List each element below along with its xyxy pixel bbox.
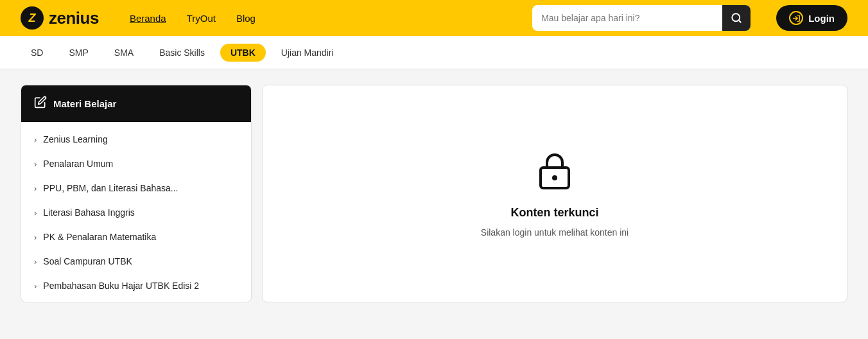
tabs-bar: SD SMP SMA Basic Skills UTBK Ujian Mandi… — [0, 36, 868, 69]
lock-icon — [534, 150, 575, 191]
header: Z zenius Beranda TryOut Blog Login — [0, 0, 868, 36]
nav-blog[interactable]: Blog — [236, 13, 256, 24]
chevron-right-icon: › — [34, 184, 37, 193]
tab-ujian-mandiri[interactable]: Ujian Mandiri — [271, 44, 344, 62]
nav-links: Beranda TryOut Blog — [130, 13, 512, 24]
login-icon — [789, 11, 803, 25]
svg-point-4 — [552, 175, 557, 180]
sidebar-list: › Zenius Learning › Penalaran Umum › PPU… — [21, 122, 251, 302]
list-item[interactable]: › Soal Campuran UTBK — [21, 249, 251, 274]
tab-sma[interactable]: SMA — [104, 44, 144, 62]
search-input[interactable] — [532, 13, 722, 23]
logo-text: zenius — [49, 8, 99, 28]
tab-sd[interactable]: SD — [21, 44, 53, 62]
lock-icon-wrap — [534, 150, 575, 193]
search-button[interactable] — [722, 5, 751, 31]
chevron-right-icon: › — [34, 135, 37, 144]
list-item[interactable]: › PK & Penalaran Matematika — [21, 225, 251, 249]
search-icon — [731, 12, 742, 24]
edit-icon — [34, 96, 47, 112]
main-content: Materi Belajar › Zenius Learning › Penal… — [0, 69, 868, 318]
nav-beranda[interactable]: Beranda — [130, 13, 166, 24]
list-item[interactable]: › Literasi Bahasa Inggris — [21, 200, 251, 225]
list-item[interactable]: › Pembahasan Buku Hajar UTBK Edisi 2 — [21, 274, 251, 298]
chevron-right-icon: › — [34, 232, 37, 242]
login-label: Login — [808, 13, 835, 24]
list-item[interactable]: › Zenius Learning — [21, 127, 251, 152]
chevron-right-icon: › — [34, 257, 37, 266]
nav-tryout[interactable]: TryOut — [187, 13, 216, 24]
logo-area: Z zenius — [21, 6, 99, 30]
logo-icon: Z — [21, 6, 44, 30]
list-item[interactable]: › PPU, PBM, dan Literasi Bahasa... — [21, 176, 251, 200]
sidebar-item-label: Soal Campuran UTBK — [43, 256, 132, 266]
sidebar-item-label: Penalaran Umum — [43, 159, 113, 169]
sidebar-item-label: Zenius Learning — [43, 134, 107, 144]
chevron-right-icon: › — [34, 159, 37, 169]
sidebar-header-label: Materi Belajar — [53, 98, 116, 109]
sidebar-header: Materi Belajar — [21, 85, 251, 122]
login-button[interactable]: Login — [776, 5, 847, 31]
login-arrow-icon — [792, 14, 801, 22]
sidebar-item-label: PPU, PBM, dan Literasi Bahasa... — [43, 183, 178, 193]
tab-basic-skills[interactable]: Basic Skills — [149, 44, 215, 62]
sidebar: Materi Belajar › Zenius Learning › Penal… — [21, 85, 252, 302]
content-panel: Konten terkunci Silakan login untuk meli… — [262, 85, 847, 302]
chevron-right-icon: › — [34, 281, 37, 291]
locked-subtitle: Silakan login untuk melihat konten ini — [481, 227, 629, 238]
sidebar-item-label: PK & Penalaran Matematika — [43, 232, 156, 242]
list-item[interactable]: › Penalaran Umum — [21, 152, 251, 176]
sidebar-item-label: Pembahasan Buku Hajar UTBK Edisi 2 — [43, 281, 199, 291]
chevron-right-icon: › — [34, 208, 37, 218]
tab-utbk[interactable]: UTBK — [220, 44, 266, 62]
sidebar-item-label: Literasi Bahasa Inggris — [43, 207, 134, 218]
svg-line-1 — [739, 20, 741, 22]
tab-smp[interactable]: SMP — [58, 44, 98, 62]
locked-title: Konten terkunci — [510, 206, 598, 220]
search-area — [532, 5, 751, 31]
